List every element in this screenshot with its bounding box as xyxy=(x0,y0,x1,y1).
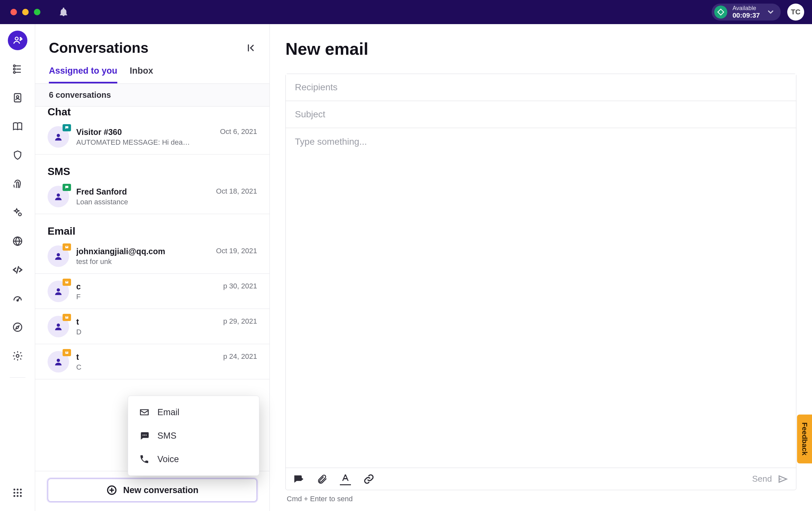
conversation-item[interactable]: tDp 29, 2021 xyxy=(35,309,269,344)
conversation-preview: test for unk xyxy=(76,257,209,266)
nav-knowledge[interactable] xyxy=(8,117,27,136)
conversation-preview: C xyxy=(76,363,216,371)
nav-routing[interactable] xyxy=(8,59,27,79)
avatar xyxy=(48,126,69,148)
conversation-item[interactable]: tCp 24, 2021 xyxy=(35,344,269,379)
text-format-icon[interactable] xyxy=(340,473,351,485)
status-text: Available 00:09:37 xyxy=(732,5,760,19)
conversation-preview: D xyxy=(76,328,216,336)
body-textarea[interactable] xyxy=(286,128,796,467)
section-header-chat: Chat xyxy=(35,107,269,119)
status-timer: 00:09:37 xyxy=(732,11,760,19)
conversation-date: p 29, 2021 xyxy=(223,317,257,325)
new-conversation-button[interactable]: New conversation xyxy=(48,478,257,502)
agent-status-pill[interactable]: Available 00:09:37 xyxy=(712,4,781,21)
avatar xyxy=(48,316,69,337)
conversation-name: t xyxy=(76,317,216,327)
conversation-name: Visitor #360 xyxy=(76,127,213,137)
svg-point-1 xyxy=(15,37,18,40)
user-avatar[interactable]: TC xyxy=(787,4,804,21)
menu-item-email[interactable]: Email xyxy=(128,400,259,424)
canned-response-icon[interactable] xyxy=(293,474,304,485)
conversation-preview: AUTOMATED MESSAGE: Hi dea… xyxy=(76,138,213,147)
nav-shield[interactable] xyxy=(8,145,27,165)
conversation-item[interactable]: cFp 30, 2021 xyxy=(35,274,269,309)
conversation-count: 6 conversations xyxy=(35,84,269,107)
svg-point-13 xyxy=(13,323,22,332)
conversation-name: Fred Sanford xyxy=(76,187,209,197)
tab-assigned[interactable]: Assigned to you xyxy=(49,66,117,83)
conversation-name: johnxiangjiali@qq.com xyxy=(76,247,209,256)
menu-label-voice: Voice xyxy=(157,454,179,464)
svg-point-2 xyxy=(20,37,21,38)
svg-point-16 xyxy=(17,488,19,490)
conversation-item[interactable]: johnxiangjiali@qq.comtest for unkOct 19,… xyxy=(35,238,269,274)
svg-point-4 xyxy=(20,39,21,40)
nav-fingerprint[interactable] xyxy=(8,174,27,194)
svg-point-14 xyxy=(16,354,19,358)
nav-agent[interactable] xyxy=(8,31,27,50)
nav-globe[interactable] xyxy=(8,231,27,251)
svg-point-25 xyxy=(57,194,60,197)
menu-item-voice[interactable]: Voice xyxy=(128,448,259,471)
conversation-item[interactable]: Visitor #360AUTOMATED MESSAGE: Hi dea…Oc… xyxy=(35,119,269,154)
svg-point-22 xyxy=(17,495,19,497)
nav-contacts[interactable] xyxy=(8,88,27,108)
notifications-icon[interactable] xyxy=(59,7,68,17)
tab-inbox[interactable]: Inbox xyxy=(130,66,153,83)
menu-label-email: Email xyxy=(157,407,179,418)
email-composer: Send xyxy=(285,74,796,490)
nav-compass[interactable] xyxy=(8,317,27,337)
svg-point-10 xyxy=(18,213,21,216)
nav-code[interactable] xyxy=(8,260,27,280)
status-label: Available xyxy=(732,5,760,12)
svg-point-21 xyxy=(13,495,15,497)
svg-point-32 xyxy=(144,434,145,435)
svg-point-31 xyxy=(142,434,143,435)
collapse-panel-icon[interactable] xyxy=(245,43,256,53)
svg-point-12 xyxy=(17,300,18,301)
svg-point-7 xyxy=(13,72,15,73)
maximize-window-icon[interactable] xyxy=(34,9,40,15)
svg-point-5 xyxy=(13,65,15,67)
conversation-date: Oct 19, 2021 xyxy=(216,247,257,255)
close-window-icon[interactable] xyxy=(10,9,17,15)
nav-ai-settings[interactable] xyxy=(8,203,27,222)
conversation-name: c xyxy=(76,282,216,291)
recipients-input[interactable] xyxy=(286,74,796,101)
conversation-date: p 30, 2021 xyxy=(223,282,257,290)
link-icon[interactable] xyxy=(363,474,374,485)
channel-badge-email-icon xyxy=(63,279,71,286)
svg-point-28 xyxy=(57,323,60,327)
channel-badge-email-icon xyxy=(63,349,71,356)
nav-settings[interactable] xyxy=(8,346,27,366)
svg-point-29 xyxy=(57,359,60,362)
svg-point-27 xyxy=(57,288,60,292)
send-button[interactable]: Send xyxy=(752,473,789,485)
avatar xyxy=(48,281,69,302)
keyboard-hint: Cmd + Enter to send xyxy=(287,495,796,503)
minimize-window-icon[interactable] xyxy=(22,9,29,15)
section-header-email: Email xyxy=(35,214,269,238)
send-label: Send xyxy=(752,474,772,484)
feedback-tab[interactable]: Feedback xyxy=(797,415,812,463)
channel-badge-sms-icon xyxy=(63,184,71,191)
nav-apps[interactable] xyxy=(8,483,27,503)
new-conversation-menu: Email SMS Voice xyxy=(128,396,259,476)
feedback-label: Feedback xyxy=(800,422,809,456)
menu-item-sms[interactable]: SMS xyxy=(128,424,259,448)
chevron-down-icon[interactable] xyxy=(766,8,775,16)
new-conversation-label: New conversation xyxy=(123,485,198,495)
compose-panel: New email xyxy=(270,24,812,511)
subject-input[interactable] xyxy=(286,101,796,128)
svg-point-33 xyxy=(146,434,147,435)
conversation-name: t xyxy=(76,352,216,362)
conversation-date: Oct 18, 2021 xyxy=(216,187,257,196)
menu-label-sms: SMS xyxy=(157,431,177,441)
attachment-icon[interactable] xyxy=(316,474,327,485)
avatar xyxy=(48,186,69,207)
conversation-item[interactable]: Fred SanfordLoan assistanceOct 18, 2021 xyxy=(35,179,269,214)
svg-point-17 xyxy=(20,488,22,490)
avatar xyxy=(48,351,69,372)
nav-performance[interactable] xyxy=(8,289,27,308)
